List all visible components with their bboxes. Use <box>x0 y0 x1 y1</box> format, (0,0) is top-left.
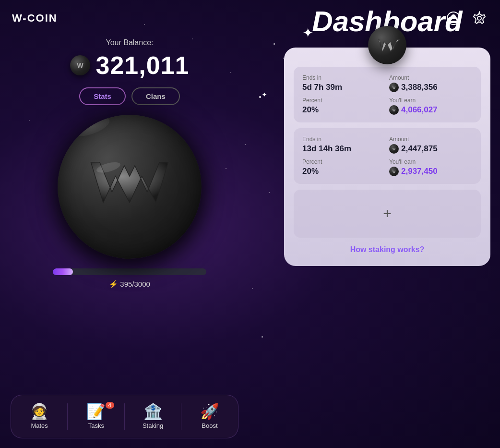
tab-clans[interactable]: Clans <box>131 87 180 105</box>
staking-slot-1-ends-cell: Ends in 5d 7h 39m <box>302 74 385 92</box>
staking-slot-2-percent-value: 20% <box>302 167 385 176</box>
staking-slot-1-percent-value: 20% <box>302 105 385 115</box>
staking-slot-2: Ends in 13d 14h 36m Amount W 2,447,875 <box>294 128 481 184</box>
staking-label: Staking <box>143 422 163 429</box>
staking-slot-1-ends-value: 5d 7h 39m <box>302 83 385 92</box>
progress-bar-container <box>53 268 206 275</box>
staking-slot-1-amount-value: W 3,388,356 <box>389 83 472 92</box>
svg-text:W: W <box>77 61 83 69</box>
nav-item-staking[interactable]: 🏦 Staking <box>125 400 181 433</box>
staking-slot-1-grid: Ends in 5d 7h 39m Amount W 3,388,356 <box>302 74 472 115</box>
add-staking-slot[interactable]: + <box>294 190 481 238</box>
right-panel: Dashboard Ends in 5d 7h 39m Amount <box>284 5 490 266</box>
nav-item-tasks[interactable]: 📝 4 Tasks <box>68 400 124 433</box>
mini-coin-2b: W <box>389 167 399 176</box>
staking-slot-2-amount-value: W 2,447,875 <box>389 144 472 154</box>
progress-section: ⚡ 395/3000 <box>14 268 245 289</box>
staking-slot-1-amount-cell: Amount W 3,388,356 <box>389 74 472 92</box>
tasks-emoji: 📝 <box>86 404 106 419</box>
staking-slot-2-earn-value: W 2,937,450 <box>389 167 472 176</box>
staking-slot-2-amount-cell: Amount W 2,447,875 <box>389 136 472 154</box>
staking-slot-2-ends-label: Ends in <box>302 136 385 143</box>
staking-slot-1-earn-label: You'll earn <box>389 97 472 104</box>
staking-slot-2-earn-label: You'll earn <box>389 158 472 165</box>
app-logo: W-COIN <box>12 12 58 24</box>
svg-text:W: W <box>393 109 395 112</box>
staking-slot-2-amount-label: Amount <box>389 136 472 143</box>
nav-item-boost[interactable]: 🚀 Boost <box>181 400 238 433</box>
how-staking-works-link[interactable]: How staking works? <box>294 243 481 254</box>
svg-text:W: W <box>393 170 395 173</box>
staking-slot-2-percent-cell: Percent 20% <box>302 158 385 176</box>
svg-text:W: W <box>393 147 395 151</box>
mates-label: Mates <box>31 422 48 429</box>
tab-stats[interactable]: Stats <box>79 87 126 105</box>
add-plus-icon: + <box>383 206 392 222</box>
big-coin-wrapper <box>14 115 245 259</box>
progress-text: ⚡ 395/3000 <box>109 280 150 288</box>
svg-text:W: W <box>393 86 395 89</box>
staking-slot-1: Ends in 5d 7h 39m Amount W 3,388,356 <box>294 67 481 122</box>
staking-slot-1-earn-value: W 4,066,027 <box>389 105 472 115</box>
staking-slot-1-ends-label: Ends in <box>302 74 385 81</box>
bottom-nav: 🧑‍🚀 Mates 📝 4 Tasks 🏦 Staking 🚀 Boost <box>11 395 238 438</box>
tasks-badge: 4 <box>106 402 114 409</box>
mates-emoji: 🧑‍🚀 <box>30 404 49 419</box>
staking-slot-2-ends-cell: Ends in 13d 14h 36m <box>302 136 385 154</box>
mini-coin-1b: W <box>389 105 399 115</box>
balance-section: Your Balance: W 321,011 <box>14 38 245 80</box>
staking-slot-2-grid: Ends in 13d 14h 36m Amount W 2,447,875 <box>302 136 472 176</box>
staking-slot-2-ends-value: 13d 14h 36m <box>302 144 385 154</box>
balance-label: Your Balance: <box>14 38 245 47</box>
balance-row: W 321,011 <box>14 51 245 80</box>
boost-emoji: 🚀 <box>200 404 219 419</box>
left-panel: Your Balance: W 321,011 Stats Clans <box>14 38 245 289</box>
staking-slot-2-earn-cell: You'll earn W 2,937,450 <box>389 158 472 176</box>
tabs: Stats Clans <box>14 87 245 105</box>
staking-slot-1-percent-label: Percent <box>302 97 385 104</box>
staking-slot-1-amount-label: Amount <box>389 74 472 81</box>
coin-icon-small: W <box>70 55 90 75</box>
staking-emoji: 🏦 <box>143 404 163 419</box>
boost-label: Boost <box>202 422 217 429</box>
dashboard-card: Ends in 5d 7h 39m Amount W 3,388,356 <box>284 48 490 266</box>
staking-slot-1-percent-cell: Percent 20% <box>302 97 385 115</box>
staking-slot-2-percent-label: Percent <box>302 158 385 165</box>
mini-coin-2a: W <box>389 144 399 154</box>
big-coin[interactable] <box>58 115 202 259</box>
card-coin-top <box>368 26 406 64</box>
progress-bar-fill <box>53 268 73 275</box>
tasks-label: Tasks <box>88 422 104 429</box>
mini-coin-1a: W <box>389 83 399 92</box>
staking-slot-1-earn-cell: You'll earn W 4,066,027 <box>389 97 472 115</box>
balance-amount: 321,011 <box>96 51 190 80</box>
nav-item-mates[interactable]: 🧑‍🚀 Mates <box>11 400 68 433</box>
